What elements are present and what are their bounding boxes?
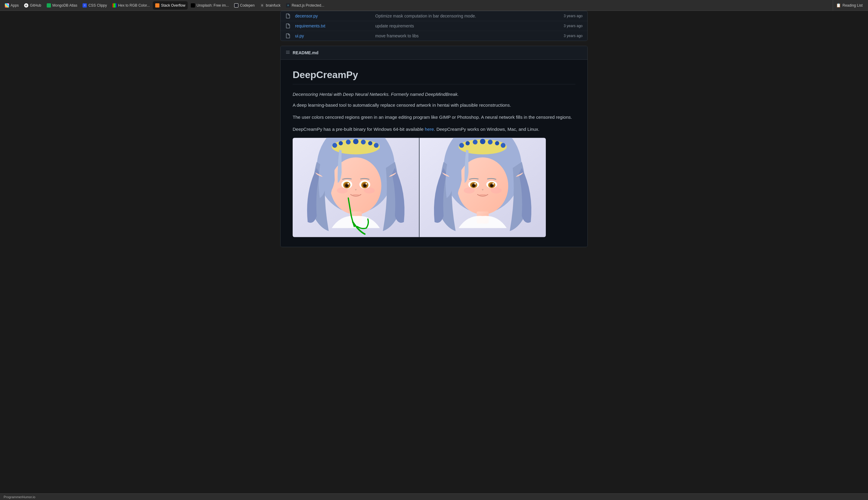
readme-title: DeepCreamPy (293, 69, 575, 84)
main-content: decensor.py Optimize mask computation in… (0, 11, 868, 247)
readme-paragraph-1: A deep learning-based tool to automatica… (293, 102, 575, 109)
react-favicon: ⚛ (286, 3, 290, 8)
svg-point-42 (490, 184, 493, 187)
svg-point-28 (466, 141, 470, 145)
tab-unsplash[interactable]: Unsplash: Free im... (189, 1, 231, 10)
css-favicon: C (83, 3, 87, 8)
svg-point-5 (346, 139, 351, 144)
tab-github[interactable]: ⊛ GitHub (22, 1, 43, 10)
reading-list-icon: 📋 (836, 3, 841, 8)
readme-link-before: DeepCreamPy has a pre-built binary for W… (293, 127, 425, 132)
svg-point-6 (353, 139, 359, 144)
svg-point-44 (492, 183, 494, 185)
svg-point-17 (345, 184, 349, 187)
tab-react[interactable]: ⚛ React.js Protected... (284, 1, 327, 10)
svg-point-43 (475, 183, 476, 185)
reading-list-label: Reading List (842, 3, 863, 8)
brainfuck-favicon: B (260, 3, 264, 8)
mongodb-favicon (47, 3, 51, 8)
tab-codepen-label: Codepen (240, 3, 255, 8)
readme-paragraph-2: The user colors cencored regions green i… (293, 114, 575, 121)
svg-point-46 (491, 188, 502, 193)
table-row[interactable]: requirements.txt update requirements 3 y… (281, 21, 587, 31)
unsplash-favicon (191, 3, 195, 8)
svg-point-41 (472, 184, 475, 187)
readme-container: README.md DeepCreamPy Decensoring Hentai… (280, 46, 588, 247)
svg-point-30 (480, 139, 486, 144)
anime-panel-right (420, 138, 546, 237)
svg-point-22 (364, 188, 375, 193)
file-time: 3 years ago (546, 24, 583, 28)
list-icon (285, 50, 290, 56)
tab-unsplash-label: Unsplash: Free im... (196, 3, 229, 8)
tab-brainfuck-label: brainfuck (266, 3, 281, 8)
file-time: 3 years ago (546, 14, 583, 18)
svg-point-4 (339, 141, 343, 145)
tab-mongodb-label: MongoDB Atlas (53, 3, 78, 8)
tab-github-label: GitHub (30, 3, 41, 8)
tab-css[interactable]: C CSS Clippy (80, 1, 109, 10)
svg-point-29 (473, 139, 478, 144)
hex-favicon (112, 3, 117, 8)
readme-header: README.md (281, 46, 587, 60)
file-message: update requirements (375, 23, 541, 28)
tab-react-label: React.js Protected... (292, 3, 324, 8)
tab-stackoverflow-label: Stack Overflow (161, 3, 185, 8)
readme-filename: README.md (293, 50, 319, 55)
codepen-favicon (234, 3, 238, 8)
svg-point-19 (347, 183, 349, 185)
tab-apps-label: Apps (11, 3, 19, 8)
svg-point-20 (366, 183, 367, 185)
file-table: decensor.py Optimize mask computation in… (280, 11, 588, 41)
browser-topbar: Apps ⊛ GitHub MongoDB Atlas C CSS Clippy… (0, 0, 868, 11)
content-wrapper: decensor.py Optimize mask computation in… (268, 11, 600, 247)
file-message: Optimize mask computation in bar decenso… (375, 13, 541, 19)
stackoverflow-favicon (155, 3, 159, 8)
table-row[interactable]: decensor.py Optimize mask computation in… (281, 11, 587, 21)
readme-here-link[interactable]: here (425, 127, 434, 132)
tab-mongodb[interactable]: MongoDB Atlas (44, 1, 80, 10)
file-message: move framework to libs (375, 33, 541, 38)
tab-brainfuck[interactable]: B brainfuck (258, 1, 283, 10)
svg-point-18 (363, 184, 366, 187)
svg-point-3 (332, 143, 337, 148)
reading-list-button[interactable]: 📋 Reading List (833, 0, 866, 11)
table-row[interactable]: ui.py move framework to libs 3 years ago (281, 31, 587, 41)
tab-hex-label: Hex to RGB Color... (118, 3, 150, 8)
file-name[interactable]: ui.py (295, 33, 370, 38)
apps-favicon (5, 3, 9, 8)
svg-point-21 (337, 188, 348, 193)
tab-css-label: CSS Clippy (88, 3, 107, 8)
tab-hex[interactable]: Hex to RGB Color... (110, 1, 152, 10)
svg-point-9 (374, 143, 378, 148)
svg-point-8 (368, 141, 372, 145)
readme-image (293, 138, 546, 237)
svg-point-31 (488, 139, 492, 144)
tab-apps[interactable]: Apps (2, 1, 21, 10)
svg-point-7 (361, 139, 366, 144)
svg-point-32 (495, 141, 499, 145)
file-icon (285, 13, 290, 19)
readme-paragraph-3: DeepCreamPy has a pre-built binary for W… (293, 126, 575, 133)
file-name[interactable]: requirements.txt (295, 23, 370, 28)
tab-codepen[interactable]: Codepen (232, 1, 257, 10)
readme-body: DeepCreamPy Decensoring Hentai with Deep… (281, 60, 587, 247)
file-time: 3 years ago (546, 34, 583, 38)
svg-point-27 (459, 143, 464, 148)
tab-stackoverflow[interactable]: Stack Overflow (153, 1, 188, 10)
readme-subtitle: Decensoring Hentai with Deep Neural Netw… (293, 92, 575, 97)
file-icon (285, 23, 290, 28)
anime-panel-left (293, 138, 419, 237)
anime-illustration (293, 138, 546, 237)
svg-point-45 (464, 188, 475, 193)
file-name[interactable]: decensor.py (295, 13, 370, 19)
readme-link-after: . DeepCreamPy works on Windows, Mac, and… (434, 127, 539, 132)
file-icon (285, 33, 290, 38)
svg-point-33 (501, 143, 505, 148)
github-favicon: ⊛ (24, 3, 28, 8)
